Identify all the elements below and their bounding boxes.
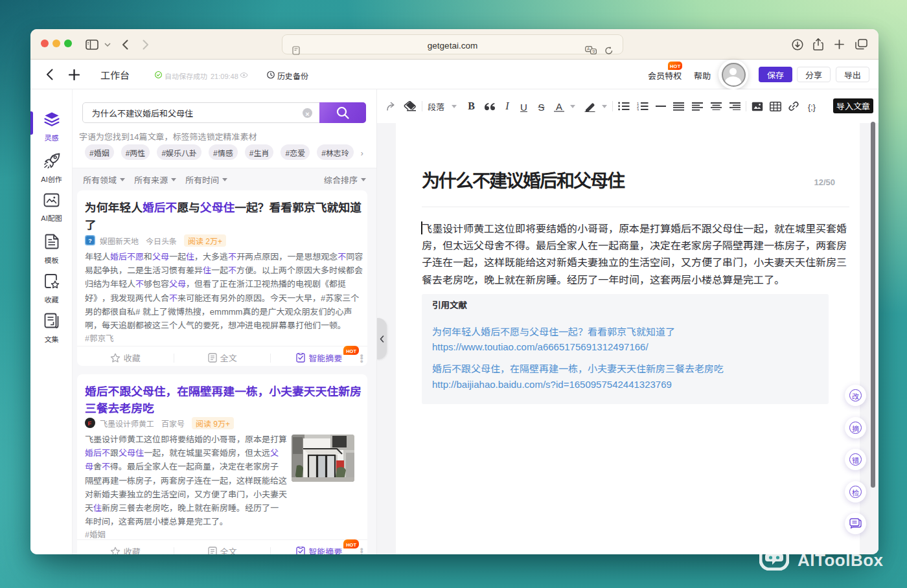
svg-text:文: 文 <box>592 49 596 54</box>
svg-text:?: ? <box>88 238 92 244</box>
svg-text:F: F <box>88 420 92 427</box>
svg-text:A: A <box>587 47 590 51</box>
svg-text:3: 3 <box>637 108 639 111</box>
